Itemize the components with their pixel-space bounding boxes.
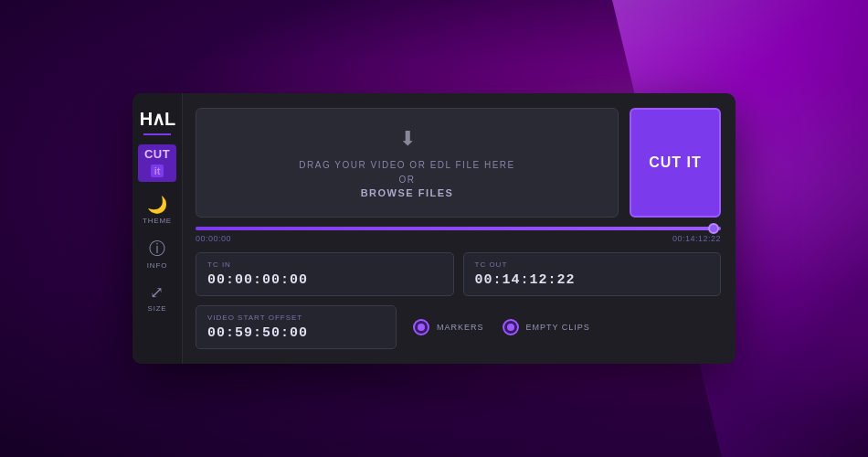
logo-underline <box>143 133 171 135</box>
sidebar-info-label: INFO <box>147 261 167 270</box>
tc-out-field[interactable]: TC OUT 00:14:12:22 <box>463 252 722 296</box>
markers-checkbox[interactable]: MARKERS <box>413 319 484 335</box>
cut-text: CUT <box>144 148 170 162</box>
timeline-end-label: 00:14:12:22 <box>672 234 721 243</box>
tc-fields-row: TC IN 00:00:00:00 TC OUT 00:14:12:22 <box>196 252 721 296</box>
drop-zone[interactable]: ⬇ DRAG YOUR VIDEO OR EDL FILE HEREOR BRO… <box>196 108 619 218</box>
resize-icon: ⤢ <box>150 282 164 303</box>
app-logo: H∧L <box>140 110 175 128</box>
download-icon: ⬇ <box>399 127 416 151</box>
timeline-start-label: 00:00:00 <box>196 234 231 243</box>
checkboxes-group: MARKERS EMPTY CLIPS <box>413 319 590 335</box>
it-text: it <box>151 165 164 177</box>
markers-checkbox-circle <box>413 319 429 335</box>
cut-it-label: CUT IT <box>649 154 702 171</box>
tc-in-field[interactable]: TC IN 00:00:00:00 <box>196 252 454 296</box>
timeline: 00:00:00 00:14:12:22 <box>196 227 721 243</box>
browse-files-text: BROWSE FILES <box>361 187 454 198</box>
sidebar: H∧L CUT it 🌙 THEME ⓘ INFO ⤢ SIZE <box>132 93 183 364</box>
tc-in-label: TC IN <box>207 260 442 269</box>
app-window: H∧L CUT it 🌙 THEME ⓘ INFO ⤢ SIZE ⬇ DRAG … <box>132 93 736 364</box>
info-icon: ⓘ <box>149 238 165 260</box>
timeline-fill <box>196 227 721 230</box>
empty-clips-checkbox-circle <box>503 319 519 335</box>
bottom-row: VIDEO START OFFSET 00:59:50:00 MARKERS E… <box>196 305 721 349</box>
markers-label: MARKERS <box>437 323 484 332</box>
empty-clips-label: EMPTY CLIPS <box>526 323 590 332</box>
tc-out-label: TC OUT <box>475 260 710 269</box>
timeline-labels: 00:00:00 00:14:12:22 <box>196 234 721 243</box>
sidebar-size-label: SIZE <box>148 304 167 313</box>
cut-it-button[interactable]: CUT IT <box>630 108 721 218</box>
timeline-bar[interactable] <box>196 227 721 230</box>
empty-clips-checkbox[interactable]: EMPTY CLIPS <box>503 319 590 335</box>
sidebar-theme-label: THEME <box>143 217 172 225</box>
sidebar-item-info[interactable]: ⓘ INFO <box>147 238 167 270</box>
main-content: ⬇ DRAG YOUR VIDEO OR EDL FILE HEREOR BRO… <box>183 93 736 364</box>
timeline-handle[interactable] <box>708 223 719 234</box>
drop-main-text: DRAG YOUR VIDEO OR EDL FILE HEREOR <box>299 158 514 187</box>
moon-icon: 🌙 <box>147 195 167 215</box>
sidebar-item-size[interactable]: ⤢ SIZE <box>148 282 167 313</box>
tc-in-value: 00:00:00:00 <box>207 272 442 288</box>
top-row: ⬇ DRAG YOUR VIDEO OR EDL FILE HEREOR BRO… <box>196 108 721 218</box>
sidebar-item-theme[interactable]: 🌙 THEME <box>143 195 172 225</box>
offset-value: 00:59:50:00 <box>207 325 385 341</box>
tc-out-value: 00:14:12:22 <box>475 272 710 288</box>
video-start-offset-field[interactable]: VIDEO START OFFSET 00:59:50:00 <box>196 305 397 349</box>
cut-badge: CUT it <box>138 144 176 182</box>
offset-label: VIDEO START OFFSET <box>207 314 385 322</box>
